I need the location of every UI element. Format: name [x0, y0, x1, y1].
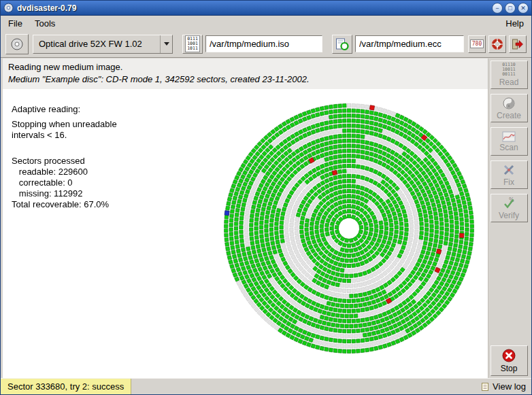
drive-select-value: Optical drive 52X FW 1.02	[33, 39, 160, 49]
menu-tools[interactable]: Tools	[29, 17, 61, 30]
drive-button[interactable]	[5, 34, 29, 54]
iso-path-input[interactable]	[205, 35, 322, 52]
app-icon	[3, 3, 14, 13]
stop-button-label: Stop	[501, 364, 518, 373]
yin-yang-icon	[502, 97, 516, 110]
reading-stats-panel: Adaptive reading: Stopping when unreadab…	[12, 104, 117, 210]
help-button[interactable]	[488, 35, 506, 53]
verify-button-label: Verify	[499, 211, 519, 220]
total-recoverable: Total recoverable: 67.0%	[12, 199, 117, 210]
maximize-icon[interactable]: □	[505, 3, 516, 14]
status-action-text: Reading new medium image.	[8, 62, 484, 72]
scan-chart-icon	[502, 131, 516, 142]
sectors-missing: missing: 112992	[12, 188, 117, 199]
quit-arrow-icon	[512, 38, 524, 50]
read-button-label: Read	[499, 78, 519, 87]
close-icon[interactable]: ✕	[518, 3, 529, 14]
view-log-button[interactable]: View log	[476, 379, 531, 394]
status-area: Reading new medium image. Medium "Exampl…	[3, 58, 489, 89]
iso-file-button[interactable]: 0111 1001 1011	[182, 35, 203, 54]
sectors-readable: readable: 229600	[12, 167, 117, 177]
menubar: File Tools Help	[1, 16, 531, 31]
toolbar: Optical drive 52X FW 1.02 0111 1001 1011…	[1, 31, 531, 58]
lifebuoy-icon	[491, 38, 503, 50]
stop-icon	[501, 348, 516, 363]
preferences-icon: 780	[470, 39, 484, 48]
main-area: Adaptive reading: Stopping when unreadab…	[3, 89, 489, 379]
read-button[interactable]: 01110 10011 00111 Read	[491, 61, 528, 89]
window-title: dvdisaster-0.79	[17, 3, 76, 13]
titlebar[interactable]: dvdisaster-0.79 − □ ✕	[1, 1, 531, 16]
create-button-label: Create	[497, 111, 521, 120]
drive-select[interactable]: Optical drive 52X FW 1.02	[33, 35, 173, 54]
stopping-condition-line1: Stopping when unreadable	[12, 119, 117, 130]
drive-icon	[10, 37, 24, 51]
scan-button-label: Scan	[499, 143, 518, 152]
sectors-correctable: correctable: 0	[12, 177, 117, 188]
minimize-icon[interactable]: −	[492, 3, 503, 14]
fix-button[interactable]: Fix	[491, 160, 528, 189]
log-page-icon	[481, 382, 490, 392]
stopping-condition-line2: intervals < 16.	[12, 130, 117, 141]
drive-select-arrow[interactable]	[160, 35, 172, 53]
adaptive-reading-title: Adaptive reading:	[12, 104, 117, 115]
sector-status-message: Sector 333680, try 2: success	[1, 379, 131, 394]
verify-button[interactable]: % Verify	[491, 194, 528, 222]
statusbar: Sector 333680, try 2: success View log	[1, 378, 531, 394]
ecc-file-icon	[335, 37, 349, 51]
view-log-label: View log	[493, 381, 526, 392]
read-icon: 01110 10011 00111	[502, 63, 516, 77]
action-sidebar: 01110 10011 00111 Read Create Scan	[488, 58, 529, 378]
status-medium-text: Medium "Example disc": CD-R mode 1, 3425…	[8, 74, 484, 84]
ecc-path-input[interactable]	[355, 35, 464, 52]
preferences-button[interactable]: 780	[468, 35, 486, 53]
quit-button[interactable]	[509, 35, 527, 53]
scan-button[interactable]: Scan	[491, 127, 528, 156]
fix-button-label: Fix	[503, 177, 514, 187]
sectors-processed-header: Sectors processed	[12, 156, 117, 167]
chevron-down-icon	[164, 42, 169, 46]
stop-button[interactable]: Stop	[491, 345, 528, 376]
menu-help[interactable]: Help	[499, 17, 530, 30]
app-window: dvdisaster-0.79 − □ ✕ File Tools Help Op…	[0, 0, 532, 395]
verify-check-icon: %	[502, 196, 516, 210]
create-button[interactable]: Create	[491, 94, 528, 122]
iso-file-icon: 0111 1001 1011	[185, 35, 200, 52]
tools-icon	[502, 163, 516, 177]
menu-file[interactable]: File	[2, 17, 29, 30]
ecc-file-button[interactable]	[332, 35, 352, 54]
